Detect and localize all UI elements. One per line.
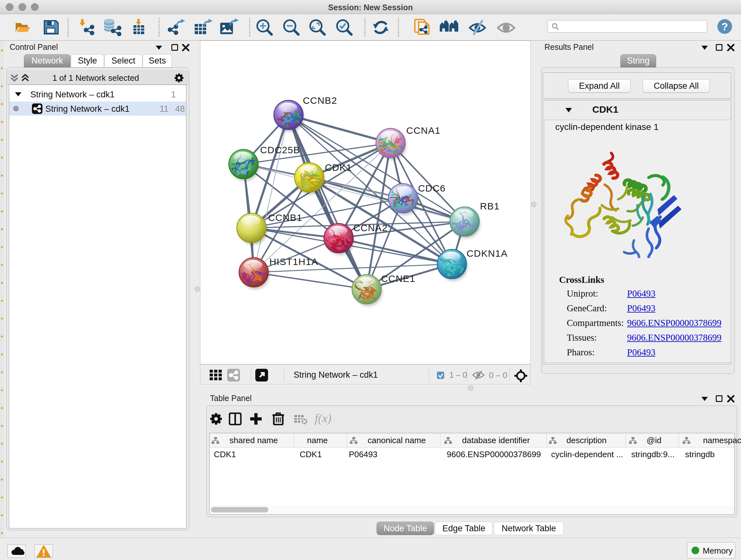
svg-text:HIST1H1A: HIST1H1A — [269, 256, 318, 267]
svg-text:CDKN1A: CDKN1A — [467, 248, 508, 259]
svg-text:RB1: RB1 — [480, 201, 500, 211]
svg-text:CCNB1: CCNB1 — [268, 212, 302, 223]
svg-text:CDC6: CDC6 — [418, 183, 446, 193]
svg-text:CCNB2: CCNB2 — [303, 95, 337, 106]
svg-text:CCNA2: CCNA2 — [353, 223, 388, 233]
svg-text:CDK1: CDK1 — [325, 162, 352, 173]
svg-text:CCNA1: CCNA1 — [406, 125, 441, 136]
svg-text:CCNE1: CCNE1 — [381, 273, 415, 284]
svg-text:CDC25B: CDC25B — [260, 145, 300, 155]
